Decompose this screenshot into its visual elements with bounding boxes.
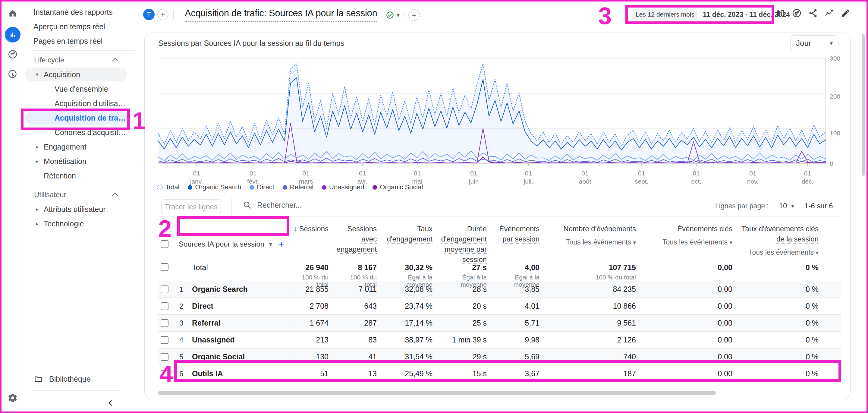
x-tick-month: nov. (735, 177, 771, 185)
dimension-select[interactable]: Sources IA pour la session▾+ (179, 239, 284, 250)
column-header-1[interactable]: ↓ Sessions (290, 224, 336, 265)
folder-icon (34, 375, 42, 383)
chart-title: Sessions par Sources IA pour la session … (158, 39, 344, 48)
explore-icon[interactable] (7, 49, 19, 60)
row-index: 4 (175, 336, 192, 344)
legend-item-organic-social[interactable]: Organic Social (373, 183, 423, 191)
row-value: 0 % (740, 319, 841, 327)
sidebar-item-engagement[interactable]: ▸Engagement (25, 140, 127, 154)
report-title[interactable]: Acquisition de trafic: Sources IA pour l… (185, 8, 377, 22)
column-header-3[interactable]: Taux d'engagement (384, 224, 440, 265)
rows-per-page-select[interactable]: 10 ▾ (779, 202, 794, 210)
share-icon[interactable] (808, 8, 818, 18)
column-header-2[interactable]: Sessions avec engagement (336, 224, 384, 265)
collapse-sidebar-icon[interactable] (104, 396, 117, 410)
sidebar-item-technologie[interactable]: ▸Technologie (25, 217, 127, 231)
row-value: 83 (336, 335, 384, 344)
row-checkbox[interactable] (161, 353, 168, 361)
y-axis-label: 200 (830, 93, 840, 100)
granularity-value: Jour (796, 38, 811, 48)
table-search[interactable]: Rechercher... (243, 201, 302, 209)
row-name: Direct (192, 302, 290, 311)
table-row-direct[interactable]: 2Direct2 70864323,74 %20 s4,0110 8660,00… (158, 298, 841, 315)
x-tick-day: 01 (288, 169, 324, 177)
legend-item-organic-search[interactable]: Organic Search (188, 183, 241, 191)
column-filter[interactable]: Tous les événements ▾ (740, 247, 818, 258)
row-checkbox[interactable] (161, 263, 168, 271)
sidebar-item-pages-en-temps-r-el[interactable]: Pages en temps réel (25, 34, 127, 48)
sidebar-item-aper-u-en-temps-r-el[interactable]: Aperçu en temps réel (25, 20, 127, 33)
vertical-scrollbar[interactable] (862, 34, 865, 176)
x-axis-label: 01mars (288, 169, 324, 185)
sidebar-item-mon-tisation[interactable]: ▸Monétisation (25, 154, 127, 168)
legend-item-direct[interactable]: Direct (250, 183, 274, 191)
sidebar-item-r-tention[interactable]: Rétention (25, 169, 127, 183)
avatar[interactable]: T (143, 9, 155, 20)
table-row-referral[interactable]: 3Referral1 67428717,14 %25 s5,719 5610,0… (158, 315, 841, 331)
sidebar-section-utilisateur[interactable]: Utilisateur (25, 188, 127, 202)
x-tick-month: déc. (789, 177, 826, 185)
x-tick-month: août (567, 177, 603, 185)
home-icon[interactable] (7, 7, 19, 19)
row-checkbox[interactable] (161, 336, 168, 344)
row-value: 643 (336, 302, 384, 311)
caret-right-icon[interactable]: ▸ (36, 144, 44, 150)
legend-item-unassigned[interactable]: Unassigned (322, 183, 364, 191)
caret-right-icon[interactable]: ▸ (36, 221, 44, 227)
table-row-unassigned[interactable]: 4Unassigned2138338,97 %1 min 39 s9,982 1… (158, 331, 841, 348)
settings-gear-icon[interactable] (7, 392, 19, 404)
row-checkbox[interactable] (161, 319, 168, 327)
row-value: 3,85 (495, 285, 547, 294)
column-header-7[interactable]: Événements clésTous les événements ▾ (644, 224, 740, 265)
advertising-icon[interactable] (7, 68, 19, 80)
granularity-select[interactable]: Jour ▾ (790, 35, 838, 51)
sidebar-item-attributs-utilisateur[interactable]: ▸Attributs utilisateur (25, 202, 127, 216)
add-dimension-icon[interactable]: + (279, 239, 284, 250)
row-value: 84 235 (547, 285, 644, 294)
row-value: 10 866 (547, 302, 644, 311)
caret-right-icon[interactable]: ▸ (36, 158, 44, 165)
row-value: 0 % (740, 352, 841, 361)
sidebar-item-label: Engagement (44, 143, 87, 151)
sidebar-item-instantan-des-rapports[interactable]: Instantané des rapports (25, 5, 127, 19)
column-filter[interactable]: Tous les événements ▾ (644, 237, 733, 248)
caret-down-icon[interactable]: ▾ (36, 71, 44, 78)
x-axis-label: 01févr. (235, 169, 271, 185)
add-property-icon[interactable]: + (157, 9, 168, 20)
column-header-8[interactable]: Taux d'événements clés de la sessionTous… (740, 224, 841, 265)
row-value: 9,98 (495, 335, 547, 344)
sidebar-item-vue-d-ensemble[interactable]: Vue d'ensemble (25, 82, 127, 96)
y-axis-label: 0 (830, 160, 833, 167)
sparkline-icon[interactable] (824, 8, 834, 18)
sidebar-section-life-cycle[interactable]: Life cycle (25, 53, 127, 67)
row-checkbox[interactable] (161, 302, 168, 310)
sidebar-item-library[interactable]: Bibliothèque (25, 372, 127, 386)
sidebar-item-acquisition[interactable]: ▾Acquisition (25, 67, 127, 81)
row-value: 0 % (740, 285, 841, 294)
column-header-4[interactable]: Durée d'engagement moyenne par session (440, 224, 495, 265)
check-circle-icon (386, 11, 394, 19)
insights-icon[interactable] (792, 8, 802, 18)
edit-icon[interactable] (841, 8, 850, 18)
add-report-icon[interactable]: + (408, 9, 420, 21)
row-value: 1 min 39 s (440, 335, 495, 344)
row-index: 3 (175, 319, 192, 327)
annotation-box-4 (174, 360, 841, 382)
column-label: Taux d'événements clés de la session (742, 225, 818, 243)
x-tick-day: 01 (789, 169, 826, 177)
section-label: Life cycle (34, 56, 64, 64)
horizontal-scrollbar[interactable] (158, 391, 716, 395)
plot-rows-button[interactable]: Tracer les lignes (161, 199, 221, 214)
reports-icon[interactable] (5, 27, 21, 42)
comparison-icon[interactable] (775, 8, 785, 18)
search-placeholder: Rechercher... (257, 201, 302, 209)
legend-item-referral[interactable]: Referral (283, 183, 313, 191)
legend-item-total[interactable]: Total (157, 183, 179, 191)
column-filter[interactable]: Tous les événements ▾ (547, 237, 636, 248)
report-status-badge[interactable]: ▾ (382, 9, 404, 21)
caret-right-icon[interactable]: ▸ (36, 206, 44, 212)
x-axis-label: 01mai (399, 169, 435, 185)
column-header-6[interactable]: Nombre d'événementsTous les événements ▾ (547, 224, 644, 265)
row-checkbox[interactable] (161, 286, 168, 293)
column-header-5[interactable]: Événements par session (495, 224, 547, 265)
